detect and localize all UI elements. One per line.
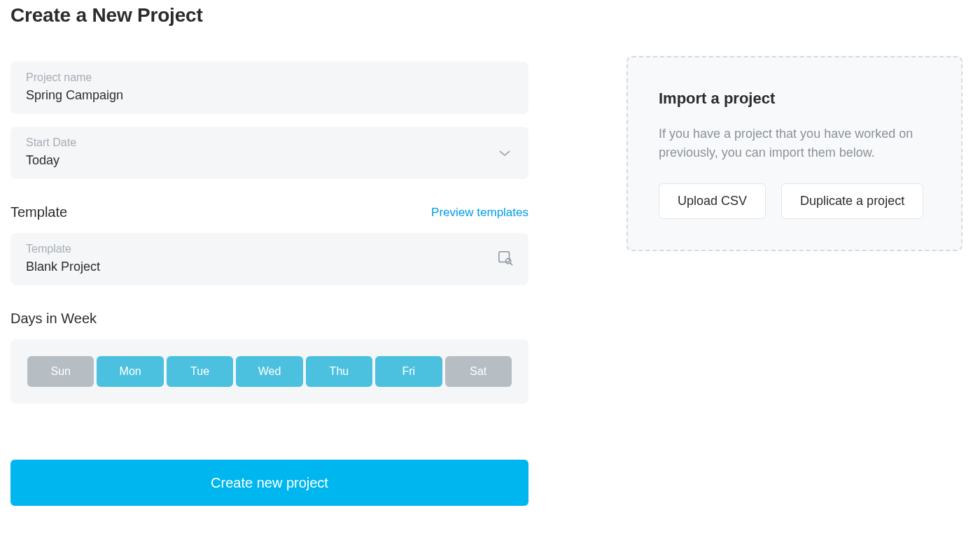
import-description: If you have a project that you have work… [659, 125, 930, 162]
days-row: Sun Mon Tue Wed Thu Fri Sat [27, 356, 512, 387]
day-btn-fri[interactable]: Fri [375, 356, 442, 387]
start-date-value: Today [26, 153, 513, 168]
svg-point-1 [505, 258, 510, 263]
start-date-label: Start Date [26, 136, 513, 149]
template-field[interactable]: Template Blank Project [10, 233, 528, 285]
days-container: Sun Mon Tue Wed Thu Fri Sat [10, 339, 528, 404]
svg-line-2 [510, 262, 512, 264]
import-title: Import a project [659, 90, 930, 108]
day-btn-sun[interactable]: Sun [27, 356, 94, 387]
template-value: Blank Project [26, 260, 513, 274]
duplicate-project-button[interactable]: Duplicate a project [781, 183, 923, 219]
day-btn-thu[interactable]: Thu [306, 356, 372, 387]
import-project-panel: Import a project If you have a project t… [626, 56, 962, 251]
day-btn-tue[interactable]: Tue [167, 356, 233, 387]
chevron-down-icon [499, 147, 510, 160]
day-btn-wed[interactable]: Wed [236, 356, 302, 387]
create-project-form: Create a New Project Project name Start … [10, 0, 528, 506]
project-name-input[interactable] [26, 88, 513, 103]
upload-csv-button[interactable]: Upload CSV [659, 183, 766, 219]
import-buttons-row: Upload CSV Duplicate a project [659, 183, 930, 219]
project-name-label: Project name [26, 71, 513, 84]
template-section-header: Template Preview templates [10, 204, 528, 220]
start-date-field[interactable]: Start Date Today [10, 127, 528, 179]
preview-templates-link[interactable]: Preview templates [431, 206, 528, 220]
template-search-icon [498, 250, 513, 269]
page-title: Create a New Project [10, 4, 528, 27]
project-name-field[interactable]: Project name [10, 62, 528, 114]
create-project-button[interactable]: Create new project [10, 460, 528, 506]
days-section-title: Days in Week [10, 311, 97, 327]
days-section-header: Days in Week [10, 311, 528, 327]
day-btn-mon[interactable]: Mon [97, 356, 163, 387]
template-section-title: Template [10, 204, 67, 220]
day-btn-sat[interactable]: Sat [445, 356, 512, 387]
svg-rect-0 [499, 251, 510, 262]
template-label: Template [26, 243, 513, 255]
